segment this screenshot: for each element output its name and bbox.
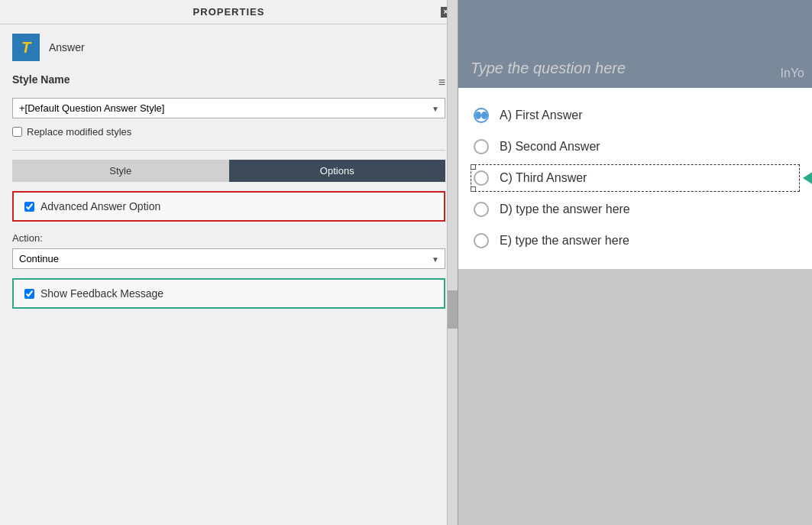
answer-text-d: D) type the answer here	[500, 203, 630, 216]
replace-styles-row: Replace modified styles	[12, 126, 445, 138]
style-dropdown-wrapper: +[Default Question Answer Style] ▼	[12, 98, 445, 118]
style-dropdown[interactable]: +[Default Question Answer Style]	[12, 98, 445, 118]
tabs-row: Style Options	[12, 160, 445, 182]
answer-choice-b[interactable]: B) Second Answer	[474, 131, 797, 163]
answer-text-e: E) type the answer here	[500, 234, 629, 248]
tab-options[interactable]: Options	[229, 160, 446, 182]
answer-text-b: B) Second Answer	[500, 140, 600, 154]
radio-b[interactable]	[474, 139, 489, 154]
show-feedback-message-box: Show Feedback Message	[12, 278, 445, 309]
app-container: PROPERTIES × T Answer Style Name ≡ +[Def…	[0, 0, 812, 525]
advanced-answer-option-box: Advanced Answer Option	[12, 191, 445, 222]
arrow-head	[803, 167, 812, 189]
show-feedback-label: Show Feedback Message	[40, 287, 163, 300]
action-label: Action:	[12, 232, 445, 244]
divider-1	[12, 150, 445, 151]
tab-style[interactable]: Style	[12, 160, 229, 182]
answer-text-c: C) Third Answer	[500, 171, 587, 185]
arrow-container	[803, 167, 812, 189]
properties-panel: PROPERTIES × T Answer Style Name ≡ +[Def…	[0, 0, 458, 525]
style-name-row: Style Name ≡	[12, 73, 445, 92]
answer-choice-d[interactable]: D) type the answer here	[474, 194, 797, 225]
answer-choice-a[interactable]: A) First Answer	[474, 100, 797, 131]
style-name-label: Style Name	[12, 73, 70, 86]
answer-choice-e[interactable]: E) type the answer here	[474, 225, 797, 257]
advanced-answer-option-label: Advanced Answer Option	[40, 200, 160, 212]
handle-bl	[471, 186, 476, 192]
quiz-area: Type the question here InYo A) First Ans…	[458, 0, 812, 269]
scroll-thumb[interactable]	[448, 290, 458, 329]
quiz-right-panel: Type the question here InYo A) First Ans…	[458, 0, 812, 525]
show-feedback-checkbox[interactable]	[24, 289, 34, 299]
answer-label: Answer	[49, 41, 85, 53]
menu-icon[interactable]: ≡	[438, 76, 445, 89]
handle-tl	[471, 164, 476, 170]
radio-e[interactable]	[474, 233, 489, 248]
t-icon: T	[12, 34, 40, 61]
radio-c[interactable]	[474, 170, 489, 186]
question-text[interactable]: Type the question here	[471, 60, 800, 77]
action-dropdown-wrapper: Continue ▼	[12, 248, 445, 269]
panel-title-bar: PROPERTIES ×	[0, 0, 458, 24]
question-corner-text: InYo	[781, 66, 804, 80]
answers-area: A) First Answer B) Second Answer C) Thir…	[458, 88, 812, 269]
radio-a[interactable]	[474, 108, 489, 123]
answer-text-a: A) First Answer	[500, 109, 582, 122]
replace-styles-checkbox[interactable]	[12, 127, 22, 137]
panel-body: T Answer Style Name ≡ +[Default Question…	[0, 24, 458, 525]
radio-d[interactable]	[474, 202, 489, 217]
advanced-answer-option-checkbox[interactable]	[24, 202, 34, 212]
panel-title: PROPERTIES	[193, 6, 265, 18]
answer-choice-c[interactable]: C) Third Answer	[474, 163, 797, 194]
replace-styles-label: Replace modified styles	[27, 126, 131, 138]
panel-scrollbar[interactable]	[447, 0, 458, 525]
t-icon-letter: T	[21, 39, 31, 57]
action-dropdown[interactable]: Continue	[12, 248, 445, 269]
question-header: Type the question here InYo	[458, 0, 812, 88]
answer-header: T Answer	[12, 34, 445, 61]
